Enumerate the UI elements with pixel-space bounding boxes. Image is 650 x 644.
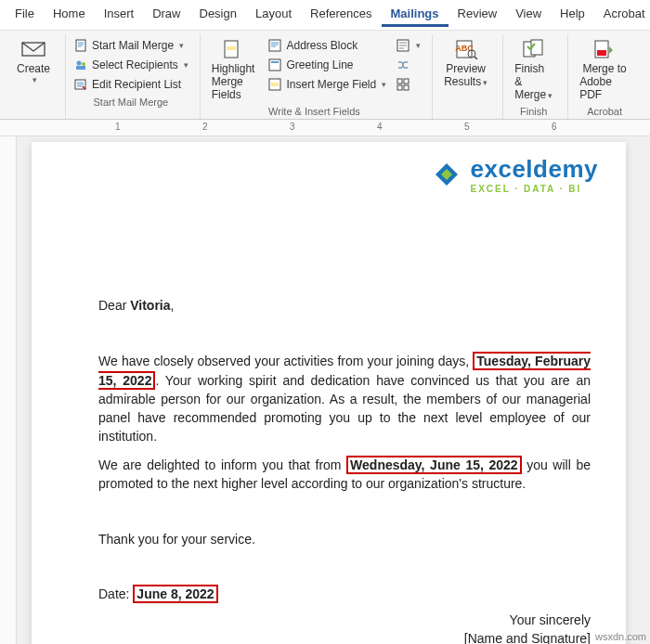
menu-mailings[interactable]: Mailings xyxy=(382,3,448,27)
insert-field-icon xyxy=(267,77,282,92)
chevron-down-icon: ▾ xyxy=(483,78,488,87)
address-block-icon xyxy=(267,38,282,53)
select-recipients-button[interactable]: Select Recipients▾ xyxy=(72,56,190,74)
greeting-icon xyxy=(267,58,282,72)
page[interactable]: exceldemy EXCEL · DATA · BI Dear Vitoria… xyxy=(32,142,626,644)
group-label-create xyxy=(11,86,56,102)
chevron-down-icon: ▾ xyxy=(548,91,552,100)
create-button[interactable]: Create ▾ xyxy=(11,36,56,86)
date-line: Date: June 8, 2022 xyxy=(98,585,591,603)
menu-home[interactable]: Home xyxy=(44,3,95,27)
vertical-ruler[interactable] xyxy=(0,136,17,644)
greeting-line-button[interactable]: Greeting Line xyxy=(266,56,388,74)
group-label-preview xyxy=(438,90,493,106)
rules-button[interactable]: ▾ xyxy=(394,36,422,55)
menu-help[interactable]: Help xyxy=(551,3,594,27)
svg-rect-14 xyxy=(404,79,409,84)
menu-draw[interactable]: Draw xyxy=(143,3,189,27)
menu-design[interactable]: Design xyxy=(190,3,246,27)
svg-point-2 xyxy=(77,61,82,66)
sincerely: Your sincerely xyxy=(98,612,591,627)
chevron-down-icon: ▾ xyxy=(179,41,184,50)
highlight-merge-fields-button[interactable]: Highlight Merge Fields xyxy=(206,36,261,103)
svg-rect-23 xyxy=(597,50,606,56)
watermark: wsxdn.com xyxy=(595,631,646,642)
thanks-line: Thank you for your service. xyxy=(98,530,591,548)
address-block-button[interactable]: Address Block xyxy=(266,36,388,55)
svg-rect-13 xyxy=(397,79,402,84)
group-start-mail-merge: Start Mail Merge▾ Select Recipients▾ Edi… xyxy=(66,34,201,119)
preview-icon: ABC xyxy=(453,38,479,60)
group-acrobat: Merge to Adobe PDF Acrobat xyxy=(568,34,644,119)
rules-icon xyxy=(396,38,410,53)
merge-to-pdf-button[interactable]: Merge to Adobe PDF xyxy=(574,36,635,103)
name-signature: [Name and Signature] xyxy=(98,631,591,644)
promotion-date: Wednesday, June 15, 2022 xyxy=(346,456,521,474)
paragraph-1: We have closely observed your activities… xyxy=(98,352,591,445)
chevron-down-icon: ▾ xyxy=(416,41,421,50)
horizontal-ruler[interactable]: 1 2 3 4 5 6 xyxy=(0,120,650,136)
finish-icon xyxy=(521,38,547,60)
menu-file[interactable]: File xyxy=(6,3,44,27)
svg-rect-1 xyxy=(76,40,85,51)
svg-text:ABC: ABC xyxy=(455,44,474,53)
paragraph-2: We are delighted to inform you that from… xyxy=(98,456,591,494)
edit-recipient-list-button[interactable]: Edit Recipient List xyxy=(72,75,190,94)
svg-rect-7 xyxy=(227,46,236,50)
svg-point-3 xyxy=(82,62,85,66)
edit-list-icon xyxy=(73,77,88,92)
start-mail-merge-button[interactable]: Start Mail Merge▾ xyxy=(72,36,190,55)
ribbon: Create ▾ Start Mail Merge▾ Select Recipi… xyxy=(0,31,650,120)
menu-review[interactable]: Review xyxy=(448,3,507,27)
preview-results-button[interactable]: ABC Preview Results▾ xyxy=(438,36,493,90)
menu-layout[interactable]: Layout xyxy=(246,3,301,27)
match-icon xyxy=(396,58,410,72)
highlight-icon xyxy=(220,38,246,60)
svg-rect-8 xyxy=(269,40,280,51)
svg-rect-9 xyxy=(269,59,280,71)
letter-date: June 8, 2022 xyxy=(133,585,217,603)
document-icon xyxy=(73,38,88,53)
people-icon xyxy=(73,58,88,72)
insert-merge-field-button[interactable]: Insert Merge Field▾ xyxy=(266,75,388,94)
menu-references[interactable]: References xyxy=(301,3,381,27)
menu-insert[interactable]: Insert xyxy=(95,3,144,27)
update-labels-button[interactable] xyxy=(394,75,422,94)
logo-text: exceldemy xyxy=(471,155,598,184)
finish-merge-button[interactable]: Finish & Merge▾ xyxy=(509,36,558,103)
group-write-insert: Highlight Merge Fields Address Block Gre… xyxy=(201,34,433,119)
create-label: Create xyxy=(17,62,50,75)
match-fields-button[interactable] xyxy=(394,56,422,74)
group-label-start: Start Mail Merge xyxy=(72,94,190,109)
logo-icon xyxy=(430,158,463,191)
svg-rect-16 xyxy=(404,85,409,90)
chevron-down-icon: ▾ xyxy=(382,80,386,89)
group-create: Create ▾ xyxy=(6,34,66,119)
group-label-finish: Finish xyxy=(509,103,558,119)
group-preview: ABC Preview Results▾ xyxy=(433,34,503,119)
menu-acrobat[interactable]: Acrobat xyxy=(594,3,650,27)
menu-view[interactable]: View xyxy=(506,3,551,27)
svg-rect-11 xyxy=(271,83,279,86)
salutation: Dear Vitoria, xyxy=(98,296,591,315)
update-icon xyxy=(396,77,410,92)
chevron-down-icon: ▾ xyxy=(184,60,188,70)
svg-rect-4 xyxy=(76,66,85,70)
envelope-icon xyxy=(20,38,46,60)
group-label-write: Write & Insert Fields xyxy=(206,103,422,119)
group-finish: Finish & Merge▾ Finish xyxy=(503,34,568,119)
logo-subtext: EXCEL · DATA · BI xyxy=(471,184,598,194)
document-area: exceldemy EXCEL · DATA · BI Dear Vitoria… xyxy=(0,136,650,644)
svg-rect-15 xyxy=(397,85,402,90)
pdf-icon xyxy=(592,38,618,60)
chevron-down-icon: ▾ xyxy=(32,75,37,84)
menu-bar: File Home Insert Draw Design Layout Refe… xyxy=(0,0,650,31)
group-label-acrobat: Acrobat xyxy=(574,103,635,119)
logo: exceldemy EXCEL · DATA · BI xyxy=(430,155,598,194)
